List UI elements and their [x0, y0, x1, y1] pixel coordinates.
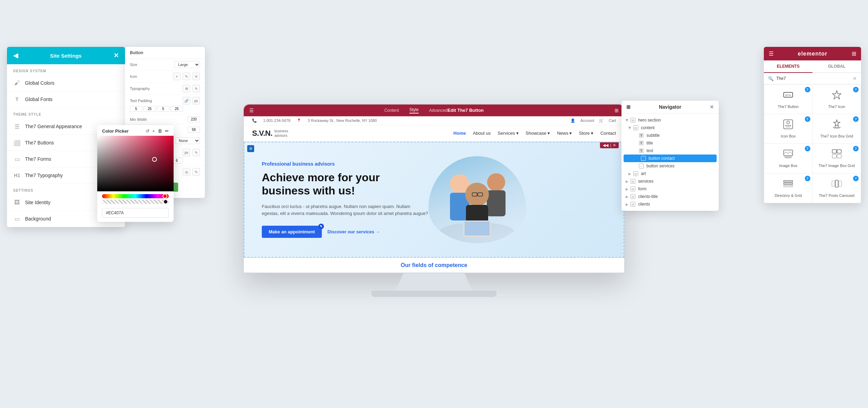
- nav-about[interactable]: About us: [473, 131, 491, 136]
- nav-arrow-content[interactable]: ▶: [628, 126, 632, 129]
- competence-bar[interactable]: Our fields of competence: [244, 257, 624, 272]
- element-card-posts-carousel[interactable]: 7 The7 Posts Carousel: [813, 174, 861, 203]
- typography-edit-btn[interactable]: ✎: [192, 85, 200, 92]
- radius-unit-btn[interactable]: px: [183, 149, 190, 156]
- nav-arrow-hero[interactable]: ▶: [625, 119, 629, 122]
- color-undo-btn[interactable]: ↺: [145, 128, 149, 134]
- nav-services[interactable]: Services ▾: [498, 131, 518, 136]
- label-icon-box-grid: The7 Icon Box Grid: [816, 134, 858, 139]
- element-card-icon-box-grid[interactable]: 7 The7 Icon Box Grid: [813, 114, 861, 143]
- hue-slider[interactable]: [102, 194, 169, 198]
- navigator-close-button[interactable]: ✕: [710, 104, 714, 110]
- panel-item-global-colors[interactable]: 🖌 Global Colors: [7, 75, 125, 91]
- nav-arrow-form[interactable]: ▶: [626, 187, 628, 191]
- element-card-icon-box[interactable]: 7 Icon Box: [764, 114, 812, 143]
- typography-settings-btn[interactable]: ⚙: [183, 85, 190, 92]
- hero-subtitle: Professional business advisors: [262, 161, 428, 167]
- nav-contact[interactable]: Contact: [600, 131, 616, 136]
- padding-unit-btn[interactable]: px: [192, 97, 200, 105]
- color-add-btn[interactable]: +: [152, 128, 155, 134]
- nav-news[interactable]: News ▾: [557, 131, 572, 136]
- nav-item-content[interactable]: ▶ ▤ content: [621, 124, 719, 132]
- panel-back-button[interactable]: ◀: [13, 52, 18, 59]
- hover-icon-3[interactable]: ◎: [183, 168, 190, 176]
- element-card-directory-grid[interactable]: 7 Directory & Grid: [764, 174, 812, 203]
- resize-right[interactable]: ✕: [613, 143, 616, 147]
- text-padding-label: Text Padding: [130, 99, 152, 103]
- color-delete-btn[interactable]: 🗑: [158, 128, 162, 134]
- padding-left[interactable]: [170, 106, 183, 112]
- element-card-image-box[interactable]: 7 Image Box: [764, 144, 812, 173]
- icon-add-btn[interactable]: +: [173, 73, 181, 80]
- nav-arrow-services[interactable]: ▶: [626, 180, 628, 183]
- nav-arrow-clients-title[interactable]: ▶: [626, 195, 628, 199]
- border-type-select[interactable]: None Solid Dashed: [175, 137, 200, 144]
- hero-handle[interactable]: ⊞: [247, 145, 254, 152]
- nav-store[interactable]: Store ▾: [579, 131, 594, 136]
- min-width-input[interactable]: [187, 116, 200, 122]
- tab-elements[interactable]: ELEMENTS: [764, 60, 812, 73]
- svg-point-16: [787, 121, 790, 124]
- radius-edit-btn[interactable]: ✎: [192, 149, 200, 156]
- nav-label-art: art: [641, 171, 646, 176]
- nav-item-subtitle[interactable]: T subtitle: [621, 132, 719, 139]
- elementor-grid-btn[interactable]: ⊞: [852, 50, 856, 57]
- tab-content[interactable]: Content: [384, 108, 399, 113]
- hex-input[interactable]: #EC407A: [102, 208, 169, 218]
- color-edit-btn[interactable]: ✏: [165, 128, 169, 134]
- hamburger-icon[interactable]: ☰: [249, 107, 254, 113]
- nav-item-button-contact[interactable]: □ button contact: [624, 155, 717, 162]
- panel-title: Site Settings: [50, 53, 82, 59]
- resize-left[interactable]: ◀◀: [603, 143, 608, 147]
- element-card-the7-icon[interactable]: 7 The7 Icon: [813, 85, 861, 114]
- nav-item-text[interactable]: T text: [621, 147, 719, 155]
- search-clear-button[interactable]: ✕: [853, 76, 857, 81]
- size-select[interactable]: Large Small Medium: [174, 61, 200, 68]
- color-gradient-box[interactable]: [97, 136, 174, 191]
- padding-top[interactable]: [130, 106, 142, 112]
- padding-bottom[interactable]: [157, 106, 169, 112]
- nav-item-art[interactable]: ▶ ▤ art: [621, 170, 719, 177]
- nav-label-clients-title: clients-title: [638, 194, 658, 199]
- panel-close-button[interactable]: ✕: [114, 52, 119, 59]
- typography-icon: H1: [13, 172, 21, 179]
- tab-advanced[interactable]: Advanced: [429, 108, 448, 113]
- navigator-title-icon: ⊞: [626, 104, 631, 110]
- nav-showcase[interactable]: Showcase ▾: [526, 131, 550, 136]
- nav-item-clients[interactable]: ▶ ▤ clients: [621, 200, 719, 208]
- nav-item-title[interactable]: T title: [621, 139, 719, 147]
- hover-icon-4[interactable]: ✎: [192, 168, 200, 176]
- padding-link-btn[interactable]: 🔗: [183, 97, 190, 105]
- alpha-slider[interactable]: [102, 200, 169, 204]
- nav-icon-form: ▤: [631, 186, 635, 191]
- panel-site-settings-header: ◀ Site Settings ✕: [7, 47, 125, 64]
- element-card-image-box-grid[interactable]: 7 The7 Image Box Grid: [813, 144, 861, 173]
- label-image-box-grid: The7 Image Box Grid: [816, 164, 858, 168]
- label-the7-button: The7 Button: [767, 105, 810, 109]
- element-card-the7-button[interactable]: 7 BTN The7 Button: [764, 85, 812, 114]
- topbar-account[interactable]: Account: [580, 118, 594, 123]
- nav-arrow-art[interactable]: ▶: [628, 172, 631, 176]
- elementor-toolbar: ☰ Content Style Advanced Edit The7 Butto…: [244, 104, 624, 116]
- icon-edit-btn[interactable]: ✎: [183, 73, 190, 80]
- btn-services[interactable]: Discover our services →: [327, 229, 380, 234]
- svg-rect-30: [784, 183, 793, 184]
- nav-home[interactable]: Home: [453, 131, 466, 136]
- padding-right[interactable]: [143, 106, 156, 112]
- nav-item-hero-section[interactable]: ▶ ▤ hero section: [621, 116, 719, 124]
- btn-appointment[interactable]: Make an appointment: [262, 226, 322, 238]
- elementor-hamburger-icon[interactable]: ☰: [769, 50, 774, 57]
- tab-global[interactable]: GLOBAL: [812, 60, 861, 73]
- elementor-search-input[interactable]: [776, 76, 850, 81]
- nav-item-form[interactable]: ▶ ▤ form: [621, 185, 719, 193]
- tab-style[interactable]: Style: [409, 107, 419, 113]
- nav-item-services[interactable]: ▶ ▤ services: [621, 177, 719, 185]
- nav-item-clients-title[interactable]: ▶ ▤ clients-title: [621, 193, 719, 200]
- panel-item-global-fonts[interactable]: T Global Fonts: [7, 91, 125, 108]
- nav-item-button-services[interactable]: □ button services: [621, 162, 719, 170]
- topbar-cart[interactable]: Cart: [609, 118, 616, 123]
- nav-arrow-clients[interactable]: ▶: [626, 202, 628, 206]
- icon-delete-btn[interactable]: ✕: [192, 73, 200, 80]
- min-height-input[interactable]: [187, 127, 200, 133]
- grid-icon[interactable]: ⊞: [615, 107, 619, 113]
